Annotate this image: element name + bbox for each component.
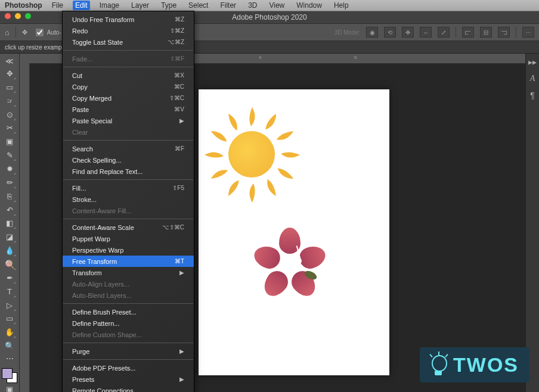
quick-select-tool-icon[interactable]: ⊙ — [3, 108, 16, 121]
brush-tool-icon[interactable]: ✏ — [3, 176, 16, 189]
menu-item-paste[interactable]: Paste⌘V — [63, 104, 194, 115]
separator-icon — [456, 27, 456, 38]
blur-tool-icon[interactable]: 💧 — [3, 244, 16, 257]
minimize-window-icon[interactable] — [15, 13, 21, 19]
eraser-tool-icon[interactable]: ◧ — [3, 217, 16, 230]
history-panel-icon[interactable]: ▸▸ — [528, 57, 537, 67]
type-tool-icon[interactable]: T — [3, 285, 16, 298]
foreground-color-swatch[interactable] — [2, 368, 13, 379]
3d-orbit-icon[interactable]: ◉ — [366, 27, 378, 38]
move-tool-icon[interactable]: ✥ — [3, 67, 16, 80]
menu-item-clear: Clear — [63, 126, 194, 138]
menubar-3d[interactable]: 3D — [246, 1, 259, 10]
menubar-type[interactable]: Type — [159, 1, 179, 10]
submenu-arrow-icon: ▶ — [179, 269, 184, 276]
align-right-icon[interactable]: ⫎ — [498, 27, 510, 38]
3d-zoom-icon[interactable]: ⤢ — [438, 27, 450, 38]
menubar-help[interactable]: Help — [332, 1, 351, 10]
toolbox: ≪ ✥ ▭ ⟉ ⊙ ✂ ▣ ✎ ✹ ✏ ⎘ ↶ ◧ ◪ 💧 🍭 ✒ T ▷ ▭ … — [0, 54, 20, 392]
menu-item-toggle-last-state[interactable]: Toggle Last State⌥⌘Z — [63, 36, 194, 48]
menu-item-transform[interactable]: Transform▶ — [63, 267, 194, 278]
menubar-select[interactable]: Select — [186, 1, 210, 10]
menu-item-define-pattern[interactable]: Define Pattern... — [63, 318, 194, 329]
move-tool-icon[interactable]: ✥ — [22, 29, 27, 36]
hand-tool-icon[interactable]: ✋ — [3, 326, 16, 338]
zoom-tool-icon[interactable]: 🔍 — [3, 340, 16, 352]
eyedropper-tool-icon[interactable]: ✎ — [3, 149, 16, 161]
history-brush-tool-icon[interactable]: ↶ — [3, 204, 16, 216]
menu-item-search[interactable]: Search⌘F — [63, 143, 194, 154]
menubar-filter[interactable]: Filter — [218, 1, 238, 10]
menu-item-label: Transform — [72, 269, 102, 276]
menu-item-puppet-warp[interactable]: Puppet Warp — [63, 233, 194, 244]
menu-item-remote-connections[interactable]: Remote Connections... — [63, 385, 194, 392]
path-select-tool-icon[interactable]: ▷ — [3, 299, 16, 312]
auto-select-checkbox[interactable]: Auto- — [33, 27, 61, 38]
menu-item-paste-special[interactable]: Paste Special▶ — [63, 115, 194, 126]
menu-item-fill[interactable]: Fill...⇧F5 — [63, 182, 194, 194]
align-left-icon[interactable]: ⫍ — [462, 27, 474, 38]
menu-item-content-aware-scale[interactable]: Content-Aware Scale⌥⇧⌘C — [63, 222, 194, 233]
menu-item-free-transform[interactable]: Free Transform⌘T — [63, 256, 194, 267]
edit-menu-dropdown: Undo Free Transform⌘ZRedo⇧⌘ZToggle Last … — [62, 11, 194, 392]
menu-item-presets[interactable]: Presets▶ — [63, 374, 194, 385]
menu-item-adobe-pdf-presets[interactable]: Adobe PDF Presets... — [63, 362, 194, 374]
menu-item-purge[interactable]: Purge▶ — [63, 346, 194, 357]
menu-item-check-spelling[interactable]: Check Spelling... — [63, 154, 194, 166]
spot-healing-tool-icon[interactable]: ✹ — [3, 163, 16, 175]
crop-tool-icon[interactable]: ✂ — [3, 122, 16, 135]
menu-item-define-brush-preset[interactable]: Define Brush Preset... — [63, 306, 194, 318]
menubar-view[interactable]: View — [267, 1, 287, 10]
overlay-logo-text: TWOS — [453, 353, 519, 377]
menu-item-copy-merged[interactable]: Copy Merged⇧⌘C — [63, 92, 194, 104]
menubar-image[interactable]: Image — [97, 1, 122, 10]
close-window-icon[interactable] — [5, 13, 11, 19]
pen-tool-icon[interactable]: ✒ — [3, 272, 16, 284]
menu-item-label: Fill... — [72, 185, 86, 192]
menu-item-undo-free-transform[interactable]: Undo Free Transform⌘Z — [63, 14, 194, 25]
color-swatches[interactable] — [2, 368, 17, 383]
home-icon[interactable]: ⌂ — [5, 28, 10, 37]
align-center-h-icon[interactable]: ⊟ — [480, 27, 492, 38]
gradient-tool-icon[interactable]: ◪ — [3, 231, 16, 243]
separator-icon — [16, 27, 16, 38]
canvas-document[interactable] — [199, 89, 389, 375]
marquee-tool-icon[interactable]: ▭ — [3, 81, 16, 94]
menu-shortcut: ⌘F — [175, 145, 184, 152]
3d-pan-icon[interactable]: ✥ — [402, 27, 414, 38]
3d-roll-icon[interactable]: ⟲ — [384, 27, 396, 38]
menu-item-redo[interactable]: Redo⇧⌘Z — [63, 25, 194, 36]
menu-item-find-and-replace-text[interactable]: Find and Replace Text... — [63, 166, 194, 177]
zoom-window-icon[interactable] — [25, 13, 31, 19]
lasso-tool-icon[interactable]: ⟉ — [3, 95, 16, 107]
separator-icon — [516, 27, 516, 38]
edit-toolbar-icon[interactable]: ⋯ — [3, 353, 16, 363]
menu-item-cut[interactable]: Cut⌘X — [63, 70, 194, 81]
menu-item-define-custom-shape: Define Custom Shape... — [63, 329, 194, 340]
rectangle-tool-icon[interactable]: ▭ — [3, 313, 16, 325]
character-panel-icon[interactable]: A — [530, 74, 535, 83]
screen-mode-icon[interactable]: ▣ — [3, 384, 16, 392]
menu-item-label: Check Spelling... — [72, 157, 122, 164]
toolbox-collapse-icon[interactable]: ≪ — [3, 56, 16, 66]
dodge-tool-icon[interactable]: 🍭 — [3, 258, 16, 270]
menu-item-perspective-warp[interactable]: Perspective Warp — [63, 244, 194, 256]
3d-slide-icon[interactable]: ↔ — [420, 27, 432, 38]
paragraph-panel-icon[interactable]: ¶ — [530, 91, 535, 100]
menubar-edit[interactable]: Edit — [73, 1, 90, 10]
frame-tool-icon[interactable]: ▣ — [3, 135, 16, 148]
submenu-arrow-icon: ▶ — [179, 117, 184, 124]
menu-item-label: Fade... — [72, 55, 92, 63]
menu-item-stroke[interactable]: Stroke... — [63, 194, 194, 205]
menubar-file[interactable]: File — [49, 1, 66, 10]
menu-shortcut: ⇧⌘Z — [170, 27, 184, 34]
ruler-vertical[interactable] — [20, 54, 30, 392]
more-options-icon[interactable]: ∙∙∙ — [522, 27, 534, 38]
menubar-window[interactable]: Window — [294, 1, 324, 10]
clone-stamp-tool-icon[interactable]: ⎘ — [3, 190, 16, 203]
menu-item-label: Redo — [72, 27, 88, 35]
menubar-layer[interactable]: Layer — [129, 1, 151, 10]
3d-mode-label: 3D Mode: — [334, 29, 360, 36]
menu-item-copy[interactable]: Copy⌘C — [63, 81, 194, 92]
menu-item-label: Copy Merged — [72, 95, 111, 102]
